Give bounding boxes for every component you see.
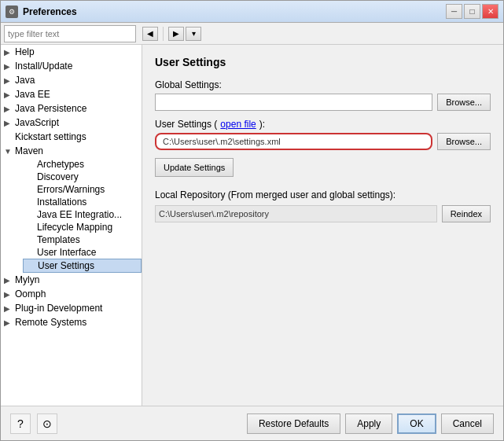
restore-defaults-button[interactable]: Restore Defaults [247,413,340,434]
sidebar-item-mylyn[interactable]: ▶ Mylyn [1,273,142,287]
sidebar-item-java[interactable]: ▶ Java [1,73,142,87]
sidebar-item-plug-in-development[interactable]: ▶ Plug-in Development [1,301,142,315]
window-icon: ⚙ [6,6,18,18]
user-settings-close: ): [259,119,265,130]
browse-global-button[interactable]: Browse... [437,94,491,111]
sidebar-item-label: Java [15,75,35,86]
sidebar-item-help[interactable]: ▶ Help [1,45,142,59]
help-icon-button[interactable]: ? [10,413,31,434]
sidebar-item-javascript[interactable]: ▶ JavaScript [1,116,142,130]
sidebar-item-discovery[interactable]: Discovery [23,171,142,183]
sidebar-item-label: Lifecycle Mapping [37,222,112,233]
sidebar-item-installations[interactable]: Installations [23,196,142,208]
sidebar-item-label: Java Persistence [15,103,86,114]
search-input[interactable] [4,25,136,42]
sidebar-item-label: Maven [15,145,43,156]
expand-icon: ▶ [4,119,15,127]
sidebar-item-archetypes[interactable]: Archetypes [23,158,142,171]
expand-icon [26,248,37,257]
expand-icon: ▶ [4,105,15,113]
sidebar-item-label: Install/Update [15,61,72,72]
expand-icon: ▶ [4,318,15,327]
maven-children: Archetypes Discovery Errors/Warnings Ins… [1,158,142,273]
sidebar-item-maven[interactable]: ▼ Maven [1,144,142,158]
sidebar-item-label: Plug-in Development [15,303,102,314]
local-repo-value: C:\Users\user\.m2\repository [155,205,437,222]
info-icon-button[interactable]: ⊙ [37,413,57,434]
sidebar-item-label: Remote Systems [15,317,86,328]
toolbar: ◀ ▶ ▾ [1,23,503,45]
sidebar-item-install-update[interactable]: ▶ Install/Update [1,59,142,73]
sidebar-item-java-persistence[interactable]: ▶ Java Persistence [1,101,142,116]
expand-icon: ▶ [4,62,15,71]
sidebar-item-java-ee[interactable]: ▶ Java EE [1,87,142,101]
sidebar-item-oomph[interactable]: ▶ Oomph [1,287,142,301]
expand-icon: ▶ [4,276,15,285]
back-button[interactable]: ◀ [142,27,158,41]
sidebar-item-label: Errors/Warnings [37,184,105,195]
sidebar-item-label: Help [15,46,35,57]
global-settings-row: Browse... [155,94,491,111]
open-file-link[interactable]: open file [220,119,256,130]
user-settings-row: Browse... [155,133,491,150]
sidebar-item-label: Mylyn [15,274,39,285]
minimize-button[interactable]: ─ [446,4,462,19]
reindex-button[interactable]: Reindex [442,205,491,222]
browse-user-button[interactable]: Browse... [437,133,491,150]
user-settings-prefix: User Settings ( [155,119,217,130]
expand-icon [26,186,37,194]
update-settings-button[interactable]: Update Settings [155,158,234,177]
maximize-button[interactable]: □ [464,4,480,19]
sidebar-item-label: Oomph [15,288,46,300]
sidebar-item-java-ee-integration[interactable]: Java EE Integratio... [23,208,142,221]
bottom-bar: ? ⊙ Restore Defaults Apply OK Cancel [1,406,503,440]
sidebar-item-label: Discovery [37,171,79,182]
apply-button[interactable]: Apply [345,413,392,434]
sidebar-item-label: User Interface [37,247,96,258]
sidebar-item-errors-warnings[interactable]: Errors/Warnings [23,183,142,196]
nav-divider [163,27,164,41]
global-settings-input[interactable] [155,94,432,111]
sidebar-item-label: JavaScript [15,117,59,128]
user-settings-label-row: User Settings ( open file ): [155,119,491,130]
sidebar-item-remote-systems[interactable]: ▶ Remote Systems [1,315,142,329]
forward-button[interactable]: ▶ [168,27,184,41]
right-panel: User Settings Global Settings: Browse...… [142,45,503,406]
sidebar-item-kickstart-settings[interactable]: Kickstart settings [1,130,142,144]
main-content: ▶ Help ▶ Install/Update ▶ Java ▶ Java EE… [1,45,503,406]
window-title: Preferences [23,6,446,17]
sidebar: ▶ Help ▶ Install/Update ▶ Java ▶ Java EE… [1,45,142,406]
expand-icon: ▶ [4,304,15,313]
sidebar-item-label: Templates [37,234,80,245]
expand-icon [27,262,38,270]
global-settings-label: Global Settings: [155,79,491,90]
sidebar-item-lifecycle-mapping[interactable]: Lifecycle Mapping [23,221,142,233]
ok-button[interactable]: OK [397,413,436,434]
title-bar: ⚙ Preferences ─ □ ✕ [1,1,503,23]
expand-icon [26,198,37,207]
user-settings-input[interactable] [155,133,432,150]
sidebar-item-label: Installations [37,197,86,208]
expand-icon: ▶ [4,90,15,99]
local-repo-row: C:\Users\user\.m2\repository Reindex [155,205,491,222]
sidebar-item-user-interface[interactable]: User Interface [23,246,142,259]
menu-button[interactable]: ▾ [186,27,201,41]
sidebar-item-templates[interactable]: Templates [23,233,142,246]
preferences-window: ⚙ Preferences ─ □ ✕ ◀ ▶ ▾ ▶ Help ▶ [0,0,504,441]
title-bar-buttons: ─ □ ✕ [446,4,498,19]
toolbar-nav: ◀ ▶ ▾ [142,27,201,41]
sidebar-item-user-settings[interactable]: User Settings [23,259,142,273]
panel-title: User Settings [155,56,491,68]
sidebar-item-label: Kickstart settings [15,131,86,142]
sidebar-item-label: Java EE [15,89,50,100]
close-button[interactable]: ✕ [482,4,498,19]
expand-icon: ▶ [4,290,15,299]
sidebar-item-label: User Settings [38,260,94,271]
expand-icon: ▶ [4,76,15,85]
expand-icon [26,223,37,232]
expand-icon [26,173,37,182]
sidebar-item-label: Archetypes [37,159,84,170]
expand-icon: ▼ [4,147,15,156]
expand-icon [4,133,15,141]
cancel-button[interactable]: Cancel [441,413,494,434]
